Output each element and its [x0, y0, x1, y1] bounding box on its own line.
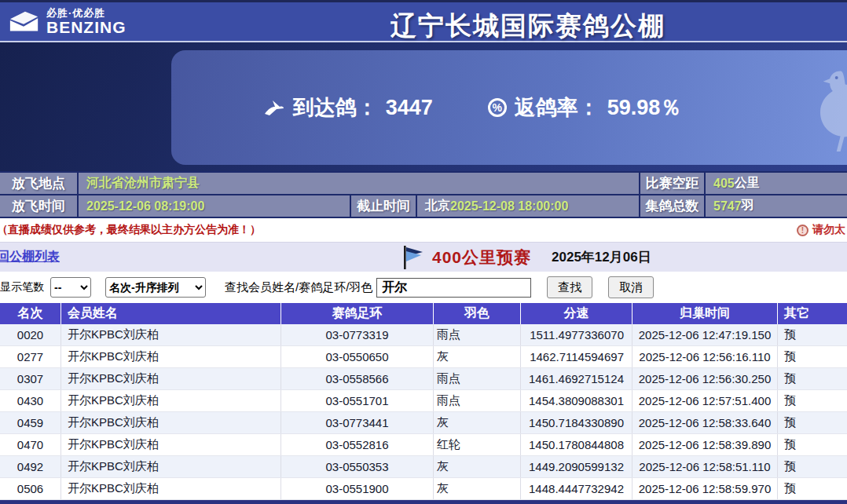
cell-rank: 0470 — [0, 434, 61, 455]
cell-ring: 03-0773319 — [281, 324, 434, 345]
cell-other: 预 — [778, 346, 847, 367]
cell-member-name: 开尔KPBC刘庆柏 — [61, 456, 281, 477]
cell-arrival-time: 2025-12-06 12:56:30.250 — [632, 368, 778, 389]
release-time-label: 放飞时间 — [0, 195, 77, 217]
stats-panel: 到达鸽： 3447 % 返鸽率： 59.98％ — [171, 50, 847, 165]
release-place-label: 放飞地点 — [0, 173, 77, 194]
notice-right: ! 请勿太 — [797, 223, 845, 237]
top-header: 必胜·优必胜 BENZING 辽宁长城国际赛鸽公棚 — [0, 0, 847, 42]
sort-order-select[interactable]: 名次-升序排列 — [105, 277, 206, 298]
display-count-label: 显示笔数 — [0, 280, 44, 294]
cell-other: 预 — [778, 478, 847, 499]
header-other: 其它 — [778, 303, 847, 324]
cell-speed: 1461.4692715124 — [521, 368, 632, 389]
cell-other: 预 — [778, 456, 847, 477]
back-to-loft-link[interactable]: 回公棚列表 — [0, 249, 60, 265]
cell-arrival-time: 2025-12-06 12:47:19.150 — [632, 324, 778, 345]
table-row: 0492开尔KPBC刘庆柏03-0550353灰1449.20905991322… — [0, 456, 847, 478]
arrived-value: 3447 — [386, 96, 433, 120]
logo-brand: BENZING — [46, 19, 126, 36]
notice-right-text: 请勿太 — [812, 223, 845, 237]
cell-feather-color: 雨点 — [434, 368, 521, 389]
header-ring: 赛鸽足环 — [281, 303, 434, 324]
cancel-button[interactable]: 取消 — [608, 276, 654, 298]
search-input[interactable] — [376, 278, 531, 298]
deadline-value: 北京 2025-12-08 18:00:00 — [417, 195, 639, 217]
cell-rank: 0506 — [0, 478, 61, 499]
cell-speed: 1449.2090599132 — [521, 456, 632, 477]
release-place-value: 河北省沧州市肃宁县 — [79, 173, 639, 194]
cell-speed: 1450.1780844808 — [521, 434, 632, 455]
cell-other: 预 — [778, 324, 847, 345]
cell-other: 预 — [778, 412, 847, 433]
cell-arrival-time: 2025-12-06 12:58:51.110 — [632, 456, 778, 477]
cell-arrival-time: 2025-12-06 12:58:59.970 — [632, 478, 778, 499]
release-time-value: 2025-12-06 08:19:00 — [79, 195, 350, 217]
cell-arrival-time: 2025-12-06 12:58:33.640 — [632, 412, 778, 433]
header-speed: 分速 — [521, 303, 632, 324]
cell-ring: 03-0552816 — [281, 434, 434, 455]
logo-chinese: 必胜·优必胜 — [46, 8, 126, 19]
cell-member-name: 开尔KPBC刘庆柏 — [61, 346, 281, 367]
table-row: 0470开尔KPBC刘庆柏03-0552816红轮1450.1780844808… — [0, 434, 847, 456]
logo-text: 必胜·优必胜 BENZING — [46, 8, 126, 36]
deadline-city: 北京 — [425, 198, 450, 214]
cell-ring: 03-0550353 — [281, 456, 434, 477]
cell-rank: 0020 — [0, 324, 61, 345]
cell-feather-color: 灰 — [434, 456, 521, 477]
cell-ring: 03-0773441 — [281, 412, 434, 433]
results-body: 0020开尔KPBC刘庆柏03-0773319雨点1511.4977336070… — [0, 324, 847, 500]
cell-feather-color: 红轮 — [434, 434, 521, 455]
bottom-divider — [0, 500, 847, 504]
warning-icon: ! — [797, 225, 808, 236]
distance-unit: 公里 — [735, 175, 760, 192]
cell-member-name: 开尔KPBC刘庆柏 — [61, 324, 281, 345]
cell-feather-color: 灰 — [434, 412, 521, 433]
return-rate-value: 59.98％ — [607, 93, 682, 122]
display-count-select[interactable]: -- — [50, 277, 91, 298]
disclaimer-text: （直播成绩仅供参考，最终结果以主办方公告为准！） — [0, 223, 261, 237]
cell-rank: 0307 — [0, 368, 61, 389]
filter-toolbar: 显示笔数 -- 名次-升序排列 查找会员姓名/赛鸽足环/羽色 查找 取消 — [0, 272, 847, 303]
envelope-icon — [8, 9, 41, 35]
cell-other: 预 — [778, 434, 847, 455]
deadline-datetime: 2025-12-08 18:00:00 — [450, 199, 568, 214]
return-rate-label: 返鸽率： — [515, 93, 600, 122]
distance-number: 405 — [713, 177, 735, 191]
total-pigeons-label: 集鸽总数 — [640, 195, 704, 217]
cell-speed: 1450.7184330890 — [521, 412, 632, 433]
cell-feather-color: 雨点 — [434, 390, 521, 411]
arrived-stat: 到达鸽： 3447 — [263, 93, 433, 122]
cell-other: 预 — [778, 368, 847, 389]
race-info-table: 放飞地点 河北省沧州市肃宁县 比赛空距 405 公里 放飞时间 2025-12-… — [0, 171, 847, 218]
pigeon-silhouette — [812, 69, 847, 165]
notice-bar: （直播成绩仅供参考，最终结果以主办方公告为准！） ! 请勿太 — [0, 218, 847, 242]
table-row: 0430开尔KPBC刘庆柏03-0551701雨点1454.3809088301… — [0, 390, 847, 412]
cell-other: 预 — [778, 390, 847, 411]
search-button[interactable]: 查找 — [547, 276, 592, 298]
cell-arrival-time: 2025-12-06 12:57:51.400 — [632, 390, 778, 411]
table-row: 0020开尔KPBC刘庆柏03-0773319雨点1511.4977336070… — [0, 324, 847, 346]
cell-ring: 03-0551900 — [281, 478, 434, 499]
percent-icon: % — [488, 98, 507, 117]
results-header: 名次 会员姓名 赛鸽足环 羽色 分速 归巢时间 其它 — [0, 303, 847, 324]
cell-member-name: 开尔KPBC刘庆柏 — [61, 412, 281, 433]
page-title: 辽宁长城国际赛鸽公棚 — [390, 9, 666, 44]
distance-value: 405 公里 — [706, 173, 847, 194]
cell-arrival-time: 2025-12-06 12:58:39.890 — [632, 434, 778, 455]
cell-speed: 1511.4977336070 — [521, 324, 632, 345]
table-row: 0277开尔KPBC刘庆柏03-0550650灰1462.71145946972… — [0, 346, 847, 368]
search-label: 查找会员姓名/赛鸽足环/羽色 — [225, 280, 372, 295]
cell-rank: 0492 — [0, 456, 61, 477]
header-feather-color: 羽色 — [434, 303, 521, 324]
landing-bird-icon — [263, 98, 285, 117]
cell-speed: 1454.3809088301 — [521, 390, 632, 411]
cell-ring: 03-0550650 — [281, 346, 434, 367]
deadline-label: 截止时间 — [351, 195, 416, 217]
cell-ring: 03-0558566 — [281, 368, 434, 389]
cell-ring: 03-0551701 — [281, 390, 434, 411]
header-member-name: 会员姓名 — [61, 303, 281, 324]
total-pigeons-value: 5747 羽 — [706, 195, 847, 217]
cell-rank: 0277 — [0, 346, 61, 367]
header-arrival-time: 归巢时间 — [632, 303, 778, 324]
